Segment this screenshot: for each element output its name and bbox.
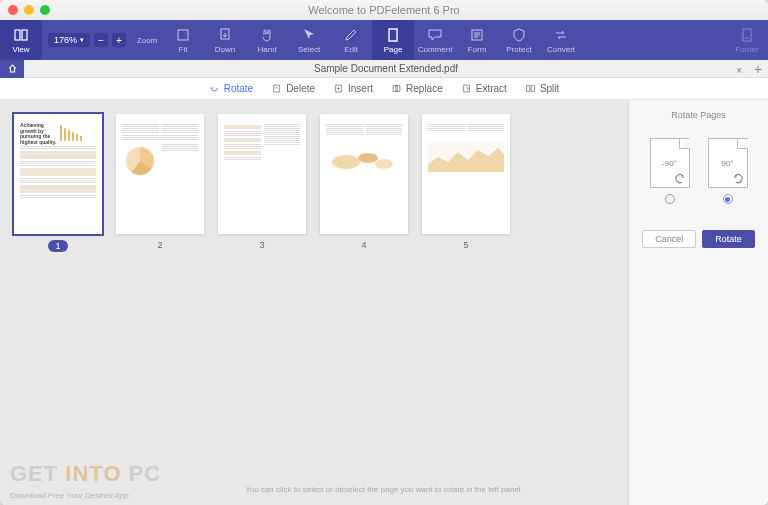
add-tab-button[interactable]: +: [748, 61, 768, 77]
select-tool[interactable]: Select: [288, 20, 330, 60]
rotate-sidebar: Rotate Pages -90° 90° Cancel Rotate You …: [628, 100, 768, 505]
rotate-pos90-option[interactable]: 90°: [708, 138, 748, 204]
rotate-neg90-option[interactable]: -90°: [650, 138, 690, 204]
down-tool[interactable]: Down: [204, 20, 246, 60]
page-number: 1: [48, 240, 67, 252]
close-window-icon[interactable]: [8, 5, 18, 15]
rotate-action[interactable]: Rotate: [209, 83, 253, 94]
page-number: 2: [157, 240, 162, 250]
page-thumbnail-4[interactable]: 4: [320, 114, 408, 250]
svg-rect-4: [389, 29, 397, 41]
sidebar-title: Rotate Pages: [671, 110, 726, 120]
svg-rect-12: [526, 86, 529, 92]
svg-rect-6: [743, 29, 751, 41]
rotate-button[interactable]: Rotate: [702, 230, 755, 248]
page-thumbnail-2[interactable]: 2: [116, 114, 204, 250]
protect-tool[interactable]: Protect: [498, 20, 540, 60]
svg-rect-2: [178, 30, 188, 40]
zoom-out-button[interactable]: −: [94, 33, 108, 47]
svg-rect-7: [274, 85, 280, 92]
page-preview: [320, 114, 408, 234]
page-sub-toolbar: Rotate Delete Insert Replace Extract Spl…: [0, 78, 768, 100]
svg-rect-10: [396, 86, 400, 92]
zoom-in-button[interactable]: +: [112, 33, 126, 47]
insert-action[interactable]: Insert: [333, 83, 373, 94]
page-thumbnails: Achieving growth by pursuing the highest…: [0, 100, 628, 505]
page-preview: [218, 114, 306, 234]
page-number: 3: [259, 240, 264, 250]
view-tool[interactable]: View: [0, 20, 42, 60]
page-preview: Achieving growth by pursuing the highest…: [14, 114, 102, 234]
zoom-tool-label: Zoom: [132, 20, 162, 60]
page-preview: [116, 114, 204, 234]
page-number: 4: [361, 240, 366, 250]
page-preview: [422, 114, 510, 234]
sidebar-buttons: Cancel Rotate: [642, 230, 755, 248]
home-icon[interactable]: [0, 60, 24, 78]
page-number: 5: [463, 240, 468, 250]
document-tab[interactable]: Sample Document Extended.pdf ×: [24, 63, 748, 74]
extract-action[interactable]: Extract: [461, 83, 507, 94]
page-tool[interactable]: Page: [372, 20, 414, 60]
zoom-dropdown[interactable]: 176%▾: [48, 33, 90, 47]
form-tool[interactable]: Form: [456, 20, 498, 60]
maximize-window-icon[interactable]: [40, 5, 50, 15]
radio-icon: [723, 194, 733, 204]
edit-tool[interactable]: Edit: [330, 20, 372, 60]
comment-tool[interactable]: Comment: [414, 20, 456, 60]
zoom-control: 176%▾ − +: [42, 20, 132, 60]
radio-icon: [665, 194, 675, 204]
replace-action[interactable]: Replace: [391, 83, 443, 94]
svg-point-16: [375, 159, 393, 169]
svg-point-15: [358, 153, 378, 163]
hand-tool[interactable]: Hand: [246, 20, 288, 60]
main-toolbar: View 176%▾ − + Zoom Fit Down Hand Select…: [0, 20, 768, 60]
window-title: Welcome to PDFelement 6 Pro: [308, 4, 459, 16]
titlebar: Welcome to PDFelement 6 Pro: [0, 0, 768, 20]
rotate-options: -90° 90°: [650, 138, 748, 204]
page-thumbnail-5[interactable]: 5: [422, 114, 510, 250]
page-thumbnail-1[interactable]: Achieving growth by pursuing the highest…: [14, 114, 102, 252]
minimize-window-icon[interactable]: [24, 5, 34, 15]
watermark: GET INTO PC: [10, 461, 161, 487]
content-area: Achieving growth by pursuing the highest…: [0, 100, 768, 505]
page-thumbnail-3[interactable]: 3: [218, 114, 306, 250]
close-tab-icon[interactable]: ×: [736, 65, 742, 76]
fit-tool[interactable]: Fit: [162, 20, 204, 60]
svg-point-14: [332, 155, 360, 169]
document-tabs: Sample Document Extended.pdf × +: [0, 60, 768, 78]
cancel-button[interactable]: Cancel: [642, 230, 696, 248]
split-action[interactable]: Split: [525, 83, 559, 94]
footer-tool[interactable]: Footer: [726, 20, 768, 60]
convert-tool[interactable]: Convert: [540, 20, 582, 60]
svg-rect-0: [15, 30, 20, 40]
svg-rect-9: [393, 86, 397, 92]
watermark-sub: Download Free Your Desired App: [10, 491, 129, 500]
delete-action[interactable]: Delete: [271, 83, 315, 94]
traffic-lights: [8, 5, 50, 15]
svg-rect-13: [531, 86, 534, 92]
svg-rect-1: [22, 30, 27, 40]
app-window: Welcome to PDFelement 6 Pro View 176%▾ −…: [0, 0, 768, 505]
